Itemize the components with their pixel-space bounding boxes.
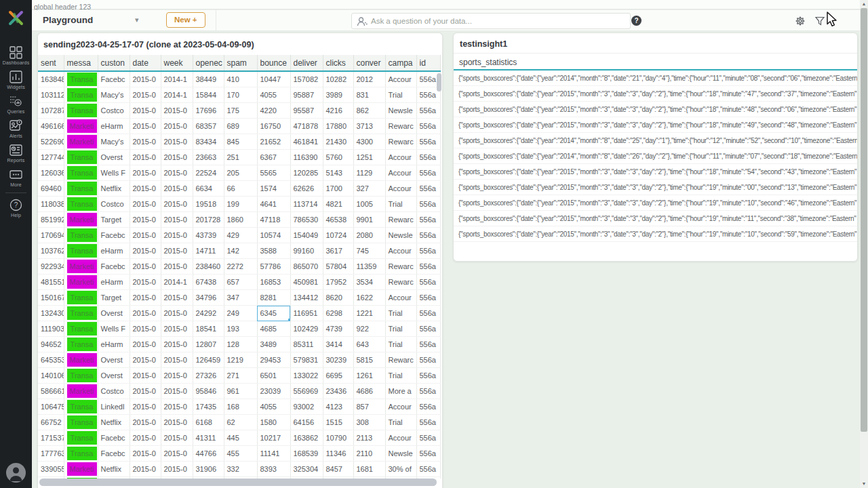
table-cell-messa[interactable]: Transa	[64, 306, 98, 321]
table-cell[interactable]: 1580	[257, 415, 290, 430]
table-cell[interactable]: 238460	[193, 259, 224, 274]
table-cell[interactable]: 116951	[290, 306, 323, 321]
table-cell[interactable]: 2015-0	[130, 134, 161, 150]
table-cell[interactable]: 11141	[257, 446, 290, 462]
table-cell[interactable]: 47118	[257, 212, 290, 228]
insight-row[interactable]: {"sports_boxscores":{"date":{"year":"201…	[454, 148, 857, 164]
insight-row[interactable]: {"sports_boxscores":{"date":{"year":"201…	[454, 117, 857, 133]
table-cell[interactable]: Costco	[98, 197, 130, 212]
sidebar-item-alerts[interactable]: Alerts	[0, 119, 32, 138]
table-cell[interactable]: 93002	[290, 399, 323, 415]
table-cell[interactable]: 6298	[323, 306, 353, 321]
table-cell[interactable]: 2015-0	[130, 212, 161, 228]
table-cell[interactable]: Target	[98, 290, 130, 306]
table-cell[interactable]: 6501	[257, 368, 290, 384]
table-h-scrollbar[interactable]	[38, 479, 442, 488]
table-cell-messa[interactable]: Marketi	[64, 134, 98, 150]
table-cell[interactable]: 556a	[416, 462, 440, 477]
sidebar-item-reports[interactable]: Reports	[0, 144, 32, 163]
table-cell[interactable]: 481551	[38, 274, 64, 290]
column-header-bounce[interactable]: bounce	[257, 55, 290, 71]
table-cell[interactable]: Accour	[385, 290, 416, 306]
table-cell[interactable]: Wells F	[98, 321, 130, 337]
table-cell[interactable]: 2015-0	[130, 150, 161, 165]
table-cell[interactable]: eHarm	[98, 274, 130, 290]
table-cell[interactable]: 4055	[257, 87, 290, 103]
table-cell[interactable]: 17880	[323, 119, 353, 134]
table-cell[interactable]: 69460	[38, 181, 64, 197]
table-cell[interactable]: 271	[224, 368, 257, 384]
table-cell[interactable]: 103762	[38, 243, 64, 259]
table-cell[interactable]: 2015-0	[130, 71, 161, 87]
column-header-sent[interactable]: sent	[38, 55, 64, 71]
insight-row[interactable]: {"sports_boxscores":{"date":{"year":"201…	[454, 70, 857, 86]
table-cell[interactable]: 168539	[290, 446, 323, 462]
sidebar-item-queries[interactable]: Queries	[0, 95, 32, 114]
table-cell[interactable]: 150167	[38, 290, 64, 306]
table-cell[interactable]: 2015-0	[130, 197, 161, 212]
table-cell[interactable]: Wells F	[98, 165, 130, 181]
table-cell[interactable]: 3489	[257, 337, 290, 352]
table-cell[interactable]: 57786	[257, 259, 290, 274]
table-cell[interactable]: 865070	[290, 259, 323, 274]
table-cell-messa[interactable]: Transa	[64, 165, 98, 181]
table-cell[interactable]: 16750	[257, 119, 290, 134]
table-cell[interactable]: 2015-0	[130, 228, 161, 243]
table-cell-messa[interactable]: Marketi	[64, 259, 98, 274]
table-cell[interactable]: 2015-0	[130, 181, 161, 197]
table-cell[interactable]: 10724	[323, 228, 353, 243]
table-cell[interactable]: 4686	[353, 384, 385, 399]
table-cell[interactable]: 1005	[353, 197, 385, 212]
table-cell[interactable]: 22524	[193, 165, 224, 181]
table-cell[interactable]: 8281	[257, 290, 290, 306]
table-cell[interactable]: 2014-1	[161, 87, 193, 103]
table-cell[interactable]: 12807	[193, 337, 224, 352]
table-cell[interactable]: 3534	[353, 274, 385, 290]
table-cell[interactable]: More a	[385, 384, 416, 399]
table-cell-messa[interactable]: Transa	[64, 430, 98, 446]
table-cell[interactable]: 2015-0	[130, 321, 161, 337]
table-cell[interactable]: Facebc	[98, 259, 130, 274]
new-button[interactable]: New +	[166, 12, 205, 28]
table-cell[interactable]: 689	[224, 119, 257, 134]
table-cell[interactable]: 193	[224, 321, 257, 337]
column-header-openec[interactable]: openec	[193, 55, 224, 71]
table-cell[interactable]: 556a	[416, 119, 440, 134]
table-cell[interactable]: 1622	[353, 290, 385, 306]
app-logo-icon[interactable]	[5, 7, 27, 29]
table-cell[interactable]: Accour	[385, 150, 416, 165]
table-cell[interactable]: 2015-0	[130, 306, 161, 321]
table-cell[interactable]: 556a	[416, 321, 440, 337]
table-cell[interactable]: Overst	[98, 150, 130, 165]
table-cell[interactable]: Accour	[385, 181, 416, 197]
table-cell[interactable]: 17435	[193, 399, 224, 415]
table-cell[interactable]: 2015-0	[161, 103, 193, 119]
table-cell[interactable]: 10574	[257, 228, 290, 243]
chevron-down-icon[interactable]: ▾	[135, 16, 139, 24]
table-cell[interactable]: Facebc	[98, 228, 130, 243]
table-cell[interactable]: Macy's	[98, 87, 130, 103]
table-cell[interactable]: 4641	[257, 197, 290, 212]
table-cell[interactable]: 857	[353, 399, 385, 415]
table-cell[interactable]: 786530	[290, 212, 323, 228]
table-cell[interactable]: 11346	[323, 446, 353, 462]
table-cell[interactable]: 251	[224, 150, 257, 165]
table-cell[interactable]: 23663	[193, 150, 224, 165]
table-cell-messa[interactable]: Marketi	[64, 274, 98, 290]
table-cell[interactable]: 19518	[193, 197, 224, 212]
table-cell[interactable]: 522690	[38, 134, 64, 150]
table-cell-messa[interactable]: Transa	[64, 228, 98, 243]
help-badge-icon[interactable]: ?	[631, 16, 642, 26]
table-cell[interactable]: 643	[353, 337, 385, 352]
table-cell[interactable]: 103112	[38, 87, 64, 103]
table-cell[interactable]: Newsle	[385, 228, 416, 243]
table-cell-messa[interactable]: Transa	[64, 399, 98, 415]
search-input[interactable]: Ask a question of your data...	[351, 13, 631, 29]
table-cell[interactable]: 308	[353, 415, 385, 430]
table-cell[interactable]: eHarm	[98, 337, 130, 352]
table-cell[interactable]: 249	[224, 306, 257, 321]
page-scrollbar[interactable]: ▲ ▼	[860, 0, 868, 488]
table-cell[interactable]: 2015-0	[130, 259, 161, 274]
table-cell[interactable]: 31906	[193, 462, 224, 477]
table-cell[interactable]: 1515	[323, 415, 353, 430]
